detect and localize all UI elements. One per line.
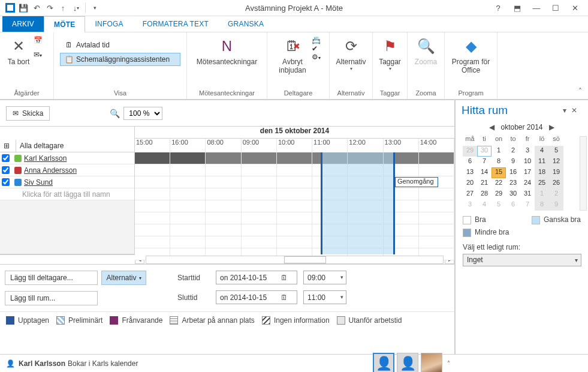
calendar-day[interactable]: 1 bbox=[535, 189, 549, 200]
attendee-row[interactable]: Siv Sund bbox=[0, 176, 134, 188]
event-chip[interactable]: Genomgång bbox=[395, 177, 438, 187]
start-date-input[interactable]: on 2014-10-15🗓 bbox=[216, 271, 297, 284]
calendar-day[interactable]: 11 bbox=[535, 157, 549, 167]
prev-item-icon[interactable]: ↑ bbox=[56, 1, 70, 14]
scroll-thumb[interactable] bbox=[284, 256, 326, 263]
calendar-icon[interactable]: 📅 bbox=[34, 36, 43, 50]
calendar-day[interactable]: 6 bbox=[463, 157, 477, 167]
end-date-input[interactable]: on 2014-10-15🗓 bbox=[216, 290, 297, 304]
calendar-day[interactable]: 30 bbox=[506, 189, 520, 200]
calendar-day[interactable]: 2 bbox=[549, 189, 563, 200]
delete-button[interactable]: ✕ Ta bort bbox=[6, 35, 31, 66]
options-dropdown-button[interactable]: ⟳ Alternativ ▾ bbox=[336, 35, 366, 71]
next-item-icon[interactable]: ↓▾ bbox=[70, 1, 83, 14]
calendar-day[interactable]: 6 bbox=[506, 200, 520, 211]
redo-icon[interactable]: ↷ bbox=[43, 1, 56, 14]
grid-row[interactable] bbox=[135, 164, 454, 176]
calendar-day[interactable]: 16 bbox=[506, 167, 520, 178]
undo-icon[interactable]: ↶ bbox=[30, 1, 43, 14]
expand-icon[interactable]: ⊞ bbox=[4, 142, 10, 150]
calendar-day[interactable]: 1 bbox=[491, 146, 506, 157]
attendee-checkbox[interactable] bbox=[2, 166, 10, 174]
add-attendees-button[interactable]: Lägg till deltagare... bbox=[5, 271, 98, 285]
calendar-day[interactable]: 30 bbox=[477, 146, 491, 157]
address-book-icon[interactable]: 📇 bbox=[312, 36, 321, 44]
collapse-ribbon-icon[interactable]: ˄ bbox=[572, 83, 588, 99]
calendar-day[interactable]: 10 bbox=[520, 157, 535, 167]
room-select[interactable]: Inget ▾ bbox=[463, 254, 581, 266]
cancel-invitation-button[interactable]: 🗓✖ Avbryt inbjudan bbox=[273, 35, 312, 74]
calendar-day[interactable]: 26 bbox=[549, 178, 563, 189]
office-apps-button[interactable]: ◆ Program för Office bbox=[451, 35, 491, 74]
calendar-day[interactable]: 24 bbox=[520, 178, 535, 189]
zoom-level-icon[interactable]: 🔍 bbox=[110, 109, 120, 118]
calendar-day[interactable]: 3 bbox=[463, 200, 477, 211]
next-month-icon[interactable]: ▶ bbox=[543, 123, 560, 131]
calendar-day[interactable]: 8 bbox=[491, 157, 506, 167]
ribbon-display-options-icon[interactable]: ⬒ bbox=[508, 0, 527, 16]
end-time-input[interactable]: 11:00▾ bbox=[303, 290, 346, 304]
chevron-down-icon[interactable]: ▾ bbox=[575, 257, 578, 263]
calendar-day[interactable]: 29 bbox=[463, 146, 477, 157]
pane-menu-icon[interactable]: ▾ bbox=[563, 106, 566, 115]
grid-row[interactable] bbox=[135, 236, 454, 248]
zoom-button[interactable]: 🔍 Zooma bbox=[414, 35, 438, 66]
tab-format-text[interactable]: FORMATERA TEXT bbox=[133, 16, 218, 32]
calendar-day[interactable]: 4 bbox=[477, 200, 491, 211]
people-pane-toggle-icon[interactable]: ˄ bbox=[447, 360, 450, 367]
save-icon[interactable]: 💾 bbox=[17, 1, 30, 14]
chevron-down-icon[interactable]: ▾ bbox=[340, 274, 343, 280]
calendar-day[interactable]: 3 bbox=[520, 146, 535, 157]
calendar-day[interactable]: 19 bbox=[549, 167, 563, 178]
grid-row[interactable] bbox=[135, 152, 454, 164]
calendar-day[interactable]: 13 bbox=[463, 167, 477, 178]
forward-icon[interactable]: ✉▾ bbox=[34, 50, 43, 65]
calendar-day[interactable]: 27 bbox=[463, 189, 477, 200]
calendar-day[interactable]: 17 bbox=[520, 167, 535, 178]
calendar-day[interactable]: 28 bbox=[477, 189, 491, 200]
attendee-name[interactable]: Anna Andersson bbox=[24, 166, 77, 175]
avatar[interactable] bbox=[421, 353, 442, 373]
calendar-picker-icon[interactable]: 🗓 bbox=[273, 292, 295, 304]
attendee-add-row[interactable]: Klicka för att lägga till namn bbox=[0, 188, 134, 200]
help-icon[interactable]: ? bbox=[489, 0, 508, 16]
tab-meeting[interactable]: MÖTE bbox=[44, 16, 85, 32]
chevron-down-icon[interactable]: ▾ bbox=[340, 294, 343, 300]
calendar-day[interactable]: 31 bbox=[520, 189, 535, 200]
grid-row[interactable] bbox=[135, 188, 454, 200]
avatar[interactable]: 👤 bbox=[373, 353, 394, 373]
calendar-day[interactable]: 7 bbox=[477, 157, 491, 167]
avatar[interactable]: 👤 bbox=[397, 353, 418, 373]
calendar-day[interactable]: 21 bbox=[477, 178, 491, 189]
scheduling-assistant-button[interactable]: 📋 Schemaläggningsassistenten bbox=[60, 53, 180, 66]
maximize-icon[interactable]: ☐ bbox=[546, 0, 565, 16]
send-button[interactable]: ✉ Skicka bbox=[6, 106, 50, 121]
calendar-day[interactable]: 4 bbox=[535, 146, 549, 157]
grid-rows[interactable]: Genomgång bbox=[135, 152, 454, 254]
calendar-day[interactable]: 5 bbox=[491, 200, 506, 211]
grid-row[interactable] bbox=[135, 212, 454, 224]
attendee-checkbox[interactable] bbox=[2, 154, 10, 162]
pane-close-icon[interactable]: ✕ bbox=[571, 106, 577, 115]
check-names-icon[interactable]: ✔ bbox=[312, 44, 321, 53]
tab-file[interactable]: ARKIV bbox=[2, 16, 44, 32]
calendar-day[interactable]: 9 bbox=[549, 200, 563, 211]
attendee-name[interactable]: Siv Sund bbox=[24, 178, 53, 187]
calendar-day[interactable]: 14 bbox=[477, 167, 491, 178]
appointment-button[interactable]: 🗓 Avtalad tid bbox=[60, 38, 180, 52]
prev-month-icon[interactable]: ◀ bbox=[483, 123, 500, 131]
calendar-scrollbar[interactable] bbox=[580, 136, 587, 211]
scroll-track[interactable] bbox=[146, 256, 444, 264]
calendar-day[interactable]: 15 bbox=[491, 167, 506, 178]
zoom-select[interactable]: 100 % bbox=[123, 107, 162, 120]
calendar-day[interactable]: 23 bbox=[506, 178, 520, 189]
grid-row[interactable] bbox=[135, 224, 454, 236]
add-rooms-button[interactable]: Lägg till rum... bbox=[5, 291, 98, 305]
close-icon[interactable]: ✕ bbox=[565, 0, 584, 16]
calendar-day[interactable]: 8 bbox=[535, 200, 549, 211]
qat-customize-icon[interactable]: ▾ bbox=[88, 1, 101, 14]
calendar-day[interactable]: 9 bbox=[506, 157, 520, 167]
calendar-day[interactable]: 5 bbox=[549, 146, 563, 157]
calendar-day[interactable]: 22 bbox=[491, 178, 506, 189]
meeting-notes-button[interactable]: N Mötesanteckningar bbox=[193, 35, 261, 66]
